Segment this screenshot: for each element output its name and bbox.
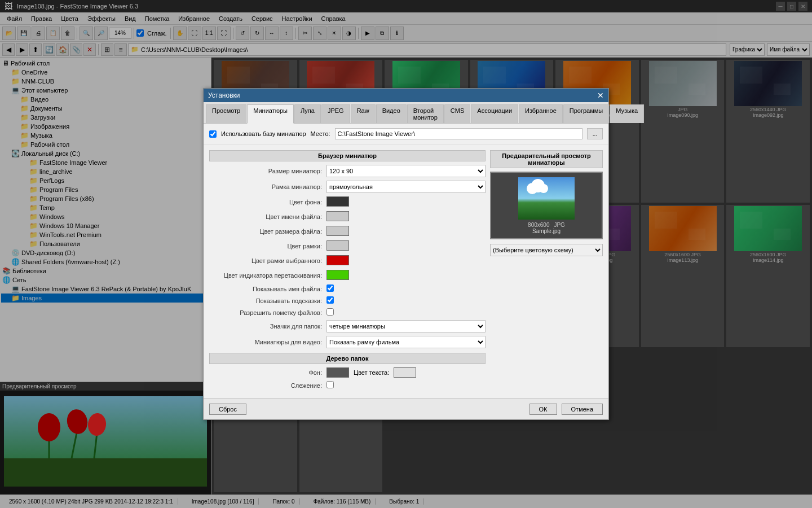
tab-music[interactable]: Музыка — [610, 104, 644, 123]
show-tooltip-checkbox[interactable] — [326, 296, 334, 304]
filename-color-swatch[interactable] — [326, 211, 349, 221]
tb-flip-h[interactable]: ↔ — [265, 27, 279, 40]
nav-refresh[interactable]: 🔄 — [43, 43, 55, 56]
tb-zoomin[interactable]: 🔍 — [80, 27, 93, 40]
thumbnail-item[interactable]: JPGImage090.jpg — [641, 60, 725, 203]
tree-item[interactable]: 📁Изображения — [1, 122, 210, 131]
bg-color-swatch[interactable] — [326, 196, 349, 207]
tree-item[interactable]: 💽Локальный диск (C:) — [1, 149, 210, 158]
thumb-frame-select[interactable]: прямоугольная — [326, 181, 486, 193]
tree-item[interactable]: 📁Музыка — [1, 131, 210, 140]
tab-assoc[interactable]: Ассоциации — [471, 104, 518, 123]
menu-mark[interactable]: Пометка — [140, 14, 174, 23]
view-select[interactable]: Графика — [730, 43, 765, 56]
tree-item[interactable]: 📁NNM-CLUB — [1, 77, 210, 86]
tb-pan[interactable]: ✋ — [173, 27, 187, 40]
tree-item[interactable]: 📁WinTools.net Premium — [1, 230, 210, 239]
nav-stop[interactable]: ✕ — [83, 43, 96, 56]
tab-second-monitor[interactable]: Второй монитор — [407, 104, 444, 123]
tb-delete[interactable]: 🗑 — [61, 27, 74, 40]
tree-item[interactable]: 📁Images — [1, 294, 210, 303]
menu-favorites[interactable]: Избранное — [174, 14, 214, 23]
menu-help[interactable]: Справка — [317, 14, 350, 23]
tree-item[interactable]: 🖥Рабочий стол — [1, 59, 210, 68]
tab-loupe[interactable]: Лупа — [294, 104, 321, 123]
thumbnail-item[interactable]: 2560x1600 JPGImage114.jpg — [726, 205, 810, 348]
tree-item[interactable]: 💿DVD-дисковод (D:) — [1, 248, 210, 257]
menu-colors[interactable]: Цвета — [56, 14, 83, 23]
tb-fullscreen[interactable]: ⛶ — [217, 27, 231, 40]
tb-zoomout[interactable]: 🔎 — [94, 27, 108, 40]
tb-copy[interactable]: 📋 — [46, 27, 60, 40]
menu-file[interactable]: Файл — [2, 14, 27, 23]
cancel-button[interactable]: Отмена — [562, 404, 603, 415]
frame-color-swatch[interactable] — [326, 240, 349, 251]
tb-brightness[interactable]: ☀ — [328, 27, 341, 40]
close-button[interactable]: ✕ — [798, 2, 807, 11]
use-thumb-db-checkbox[interactable] — [209, 130, 217, 138]
ok-button[interactable]: ОК — [529, 404, 557, 415]
nav-back[interactable]: ◀ — [2, 43, 15, 56]
zoom-input[interactable]: 14% — [109, 28, 131, 39]
menu-settings[interactable]: Настройки — [277, 14, 317, 23]
tree-item[interactable]: 📁Temp — [1, 203, 210, 212]
tree-item[interactable]: 📁Рабочий стол — [1, 140, 210, 149]
nav-list[interactable]: ≡ — [114, 43, 127, 56]
thumbnail-item[interactable]: 2560x1440 JPGImage092.jpg — [726, 60, 810, 203]
tb-1to1[interactable]: 1:1 — [202, 27, 216, 40]
modal-close-button[interactable]: ✕ — [597, 91, 604, 100]
tree-item[interactable]: 🌐Shared Folders (\\vmware-host) (Z:) — [1, 257, 210, 266]
tree-item[interactable]: 📁line_archive — [1, 167, 210, 176]
menu-edit[interactable]: Правка — [27, 14, 56, 23]
tb-rotate-right[interactable]: ↻ — [250, 27, 264, 40]
location-input[interactable]: C:\FastStone Image Viewer\ — [335, 128, 582, 139]
tracking-checkbox[interactable] — [326, 381, 334, 388]
tb-resize[interactable]: ⤡ — [313, 27, 326, 40]
tb-compare[interactable]: ⧉ — [376, 27, 389, 40]
menu-effects[interactable]: Эффекты — [83, 14, 120, 23]
smooth-checkbox[interactable] — [136, 29, 144, 37]
tb-open[interactable]: 📂 — [2, 27, 16, 40]
tree-item[interactable]: 💻Этот компьютер — [1, 86, 210, 95]
tab-raw[interactable]: Raw — [351, 104, 376, 123]
nav-home[interactable]: 🏠 — [56, 43, 69, 56]
tab-thumbnails[interactable]: Миниатюры — [247, 104, 294, 124]
thumbnail-item[interactable]: 2560x1600 JPGImage113.jpg — [641, 205, 725, 348]
nav-forward[interactable]: ▶ — [16, 43, 28, 56]
sort-select[interactable]: Имя файла — [767, 43, 810, 56]
maximize-button[interactable]: □ — [787, 2, 796, 11]
tree-item[interactable]: 📁Program Files (x86) — [1, 194, 210, 203]
thumb-size-select[interactable]: 120 x 90 — [326, 165, 486, 177]
text-color-swatch[interactable] — [394, 367, 416, 378]
tb-flip-v[interactable]: ↕ — [280, 27, 293, 40]
tree-item[interactable]: 📁Пользователи — [1, 239, 210, 248]
video-thumb-select[interactable]: Показать рамку фильма — [326, 336, 486, 348]
menu-view[interactable]: Вид — [120, 14, 140, 23]
tree-item[interactable]: 📁Windows 10 Manager — [1, 221, 210, 230]
minimize-button[interactable]: ─ — [776, 2, 785, 11]
filesize-color-swatch[interactable] — [326, 226, 349, 236]
tb-print[interactable]: 🖨 — [32, 27, 45, 40]
tab-programs[interactable]: Программы — [563, 104, 609, 123]
tb-fit[interactable]: ⛶ — [188, 27, 201, 40]
allow-mark-checkbox[interactable] — [326, 308, 334, 316]
tree-item[interactable]: 📚Библиотеки — [1, 266, 210, 275]
nav-clip[interactable]: 📎 — [70, 43, 82, 56]
bg-folder-swatch[interactable] — [326, 367, 349, 378]
show-filename-checkbox[interactable] — [326, 284, 334, 292]
tree-item[interactable]: 💻FastStone Image Viewer 6.3 RePack (& Po… — [1, 284, 210, 294]
menu-service[interactable]: Сервис — [247, 14, 277, 23]
folder-icons-select[interactable]: четыре миниатюры — [326, 320, 486, 332]
tab-favorites[interactable]: Избранное — [519, 104, 563, 123]
tab-jpeg[interactable]: JPEG — [321, 104, 350, 123]
tree-item[interactable]: 📁Program Files — [1, 185, 210, 194]
tree-item[interactable]: 📁OneDrive — [1, 68, 210, 77]
sel-frame-color-swatch[interactable] — [326, 255, 349, 265]
drag-color-swatch[interactable] — [326, 270, 349, 280]
tb-rotate-left[interactable]: ↺ — [236, 27, 249, 40]
browse-button[interactable]: ... — [587, 128, 603, 139]
nav-thumbs[interactable]: ⊞ — [101, 43, 113, 56]
tb-contrast[interactable]: ◑ — [342, 27, 356, 40]
tab-video[interactable]: Видео — [376, 104, 407, 123]
tree-item[interactable]: 📁Загрузки — [1, 113, 210, 122]
